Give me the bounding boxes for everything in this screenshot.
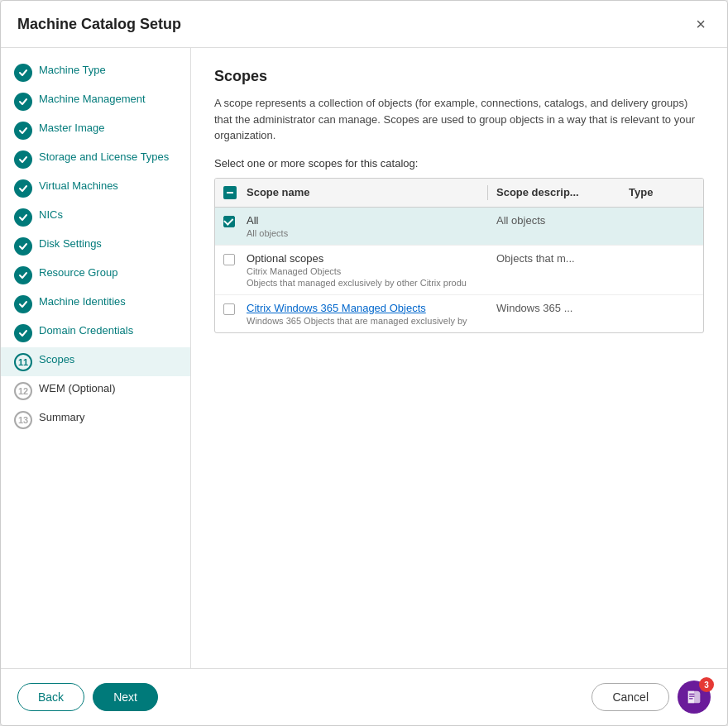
dialog-header: Machine Catalog Setup × [1,1,727,48]
checkbox-all[interactable] [223,216,235,227]
checkbox-w365[interactable] [223,303,235,315]
table-row: All All objects All objects [215,208,703,246]
sidebar-item-label: Machine Identities [39,294,126,309]
row-checkbox-optional[interactable] [223,252,247,265]
table-header: Scope name Scope descrip... Type [215,179,703,208]
select-label: Select one or more scopes for this catal… [214,157,704,170]
sidebar-item-label: Master Image [39,121,104,136]
sidebar-item-label: Machine Management [39,92,146,107]
sidebar-item-label: Storage and License Types [39,150,169,165]
scope-table: Scope name Scope descrip... Type All All… [214,178,704,333]
row-checkbox-all[interactable] [223,214,247,227]
sidebar-item-13[interactable]: 13Summary [1,405,190,434]
next-button[interactable]: Next [93,683,158,711]
row-name-link[interactable]: Citrix Windows 365 Managed Objects [247,302,471,314]
step-icon [14,237,32,256]
step-icon: 12 [14,382,32,400]
row-name-sub: Windows 365 Objects that are managed exc… [247,316,471,326]
sidebar-item-9[interactable]: Machine Identities [1,289,190,318]
help-button[interactable]: 3 [678,681,711,714]
row-desc-all: All objects [496,214,629,227]
sidebar-item-2[interactable]: Machine Management [1,87,190,116]
sidebar-item-label: Domain Credentials [39,323,133,338]
col-scope-name: Scope name [247,186,479,198]
row-name-sub: Citrix Managed Objects [247,266,471,276]
header-checkbox[interactable] [223,186,247,199]
sidebar-item-10[interactable]: Domain Credentials [1,318,190,347]
step-icon [14,295,32,313]
row-name-w365: Citrix Windows 365 Managed Objects Windo… [247,302,471,326]
row-name-sub2: Objects that managed exclusively by othe… [247,278,471,288]
step-icon [14,266,32,284]
sidebar: Machine TypeMachine ManagementMaster Ima… [1,48,191,668]
sidebar-item-label: Resource Group [39,265,117,280]
section-description: A scope represents a collection of objec… [214,95,704,144]
row-name-optional: Optional scopes Citrix Managed Objects O… [247,252,471,288]
step-icon [14,64,32,82]
row-name-all: All All objects [247,214,471,238]
book-icon [685,688,703,706]
sidebar-item-label: NICs [39,208,63,222]
row-checkbox-w365[interactable] [223,302,247,315]
table-row: Optional scopes Citrix Managed Objects O… [215,246,703,295]
step-icon [14,150,32,169]
sidebar-item-7[interactable]: Disk Settings [1,232,190,260]
step-icon [14,208,32,227]
sidebar-item-label: Machine Type [39,63,106,78]
sidebar-item-label: WEM (Optional) [39,381,115,396]
column-divider [487,185,488,200]
sidebar-item-12[interactable]: 12WEM (Optional) [1,376,190,405]
row-name-sub: All objects [247,228,471,238]
sidebar-item-11[interactable]: 11Scopes [1,347,190,376]
col-scope-desc: Scope descrip... [496,186,629,198]
row-name-main: Optional scopes [247,252,471,265]
sidebar-item-3[interactable]: Master Image [1,116,190,145]
step-icon [14,179,32,198]
footer-left: Back Next [17,683,158,711]
sidebar-item-8[interactable]: Resource Group [1,260,190,289]
row-name-main: All [247,214,471,227]
sidebar-item-6[interactable]: NICs [1,203,190,232]
step-icon [14,324,32,342]
step-icon: 11 [14,353,32,371]
back-button[interactable]: Back [17,683,84,711]
dialog-body: Machine TypeMachine ManagementMaster Ima… [1,48,727,668]
dialog-title: Machine Catalog Setup [17,16,181,33]
cancel-button[interactable]: Cancel [592,683,669,711]
step-icon: 13 [14,411,32,429]
col-type: Type [629,186,695,198]
main-content: Scopes A scope represents a collection o… [191,48,727,668]
sidebar-item-4[interactable]: Storage and License Types [1,145,190,174]
step-icon [14,93,32,111]
step-icon [14,122,32,140]
sidebar-item-label: Disk Settings [39,236,102,251]
table-row: Citrix Windows 365 Managed Objects Windo… [215,295,703,332]
row-desc-optional: Objects that m... [496,252,629,265]
help-badge: 3 [699,677,714,692]
sidebar-item-5[interactable]: Virtual Machines [1,174,190,203]
sidebar-item-1[interactable]: Machine Type [1,58,190,87]
checkbox-optional[interactable] [223,254,235,265]
sidebar-item-label: Scopes [39,352,74,367]
row-desc-w365: Windows 365 ... [496,302,629,314]
close-button[interactable]: × [691,14,711,34]
footer-right: Cancel 3 [592,681,711,714]
machine-catalog-dialog: Machine Catalog Setup × Machine TypeMach… [0,0,728,726]
sidebar-item-label: Summary [39,410,85,425]
sidebar-item-label: Virtual Machines [39,179,118,193]
dialog-footer: Back Next Cancel 3 [1,668,727,725]
minus-icon [223,186,237,199]
section-title: Scopes [214,68,704,85]
